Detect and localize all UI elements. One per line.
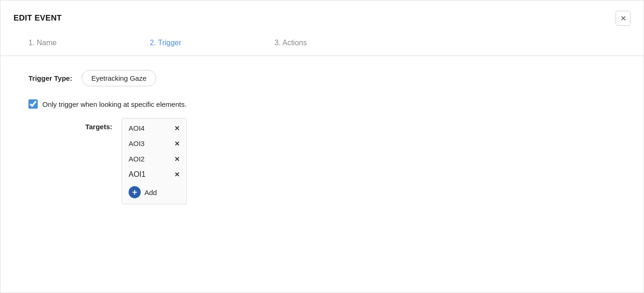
aoi2-name: AOI2: [129, 155, 144, 163]
aoi3-remove-button[interactable]: ✕: [174, 140, 180, 147]
specific-elements-label: Only trigger when looking at specific el…: [42, 100, 186, 108]
specific-elements-checkbox[interactable]: [28, 99, 38, 109]
aoi-row-1: AOI1 ✕: [122, 167, 186, 182]
aoi1-remove-button[interactable]: ✕: [174, 171, 180, 178]
add-aoi-button[interactable]: + Add: [129, 186, 157, 198]
trigger-type-button[interactable]: Eyetracking Gaze: [82, 70, 156, 86]
targets-label: Targets:: [28, 118, 122, 131]
targets-section: Targets: AOI4 ✕ AOI3 ✕ AOI2 ✕ AOI1: [28, 118, 616, 204]
step-name[interactable]: 1. Name: [28, 39, 56, 47]
step-trigger[interactable]: 2. Trigger: [150, 39, 181, 47]
aoi1-name: AOI1: [129, 170, 145, 179]
add-label: Add: [144, 188, 157, 196]
close-button[interactable]: ✕: [616, 11, 630, 26]
trigger-type-row: Trigger Type: Eyetracking Gaze: [28, 70, 616, 86]
specific-elements-row: Only trigger when looking at specific el…: [28, 99, 616, 109]
modal-header: EDIT EVENT ✕: [0, 0, 644, 30]
close-icon: ✕: [620, 14, 626, 23]
trigger-type-label: Trigger Type:: [28, 74, 72, 82]
add-icon: +: [129, 186, 141, 198]
content-area: Trigger Type: Eyetracking Gaze Only trig…: [0, 56, 644, 218]
aoi2-remove-button[interactable]: ✕: [174, 155, 180, 163]
add-row: + Add: [122, 182, 186, 202]
modal-title: EDIT EVENT: [14, 14, 62, 23]
edit-event-modal: EDIT EVENT ✕ 1. Name 2. Trigger 3. Actio…: [0, 0, 644, 293]
aoi-row-2: AOI2 ✕: [122, 151, 186, 167]
aoi4-name: AOI4: [129, 124, 144, 132]
steps-nav: 1. Name 2. Trigger 3. Actions: [0, 30, 644, 56]
aoi-row-3: AOI3 ✕: [122, 136, 186, 151]
aoi-row-4: AOI4 ✕: [122, 120, 186, 136]
targets-box: AOI4 ✕ AOI3 ✕ AOI2 ✕ AOI1 ✕: [122, 118, 187, 204]
aoi4-remove-button[interactable]: ✕: [174, 125, 180, 132]
step-actions[interactable]: 3. Actions: [274, 39, 307, 47]
aoi3-name: AOI3: [129, 140, 144, 147]
